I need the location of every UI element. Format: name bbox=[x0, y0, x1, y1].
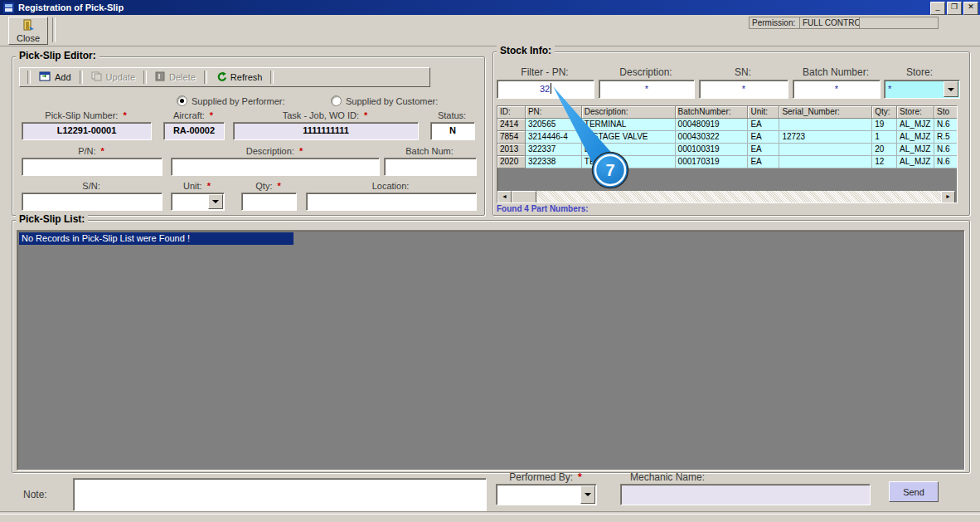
required-asterisk: * bbox=[364, 110, 367, 120]
radio-selected-icon[interactable] bbox=[177, 95, 187, 106]
restore-icon[interactable]: ❐ bbox=[947, 2, 962, 15]
column-header[interactable]: Qty: bbox=[872, 106, 897, 119]
update-icon bbox=[91, 71, 103, 83]
permission-value: FULL CONTROL bbox=[799, 17, 861, 29]
delete-icon bbox=[155, 71, 166, 83]
radio-unselected-icon[interactable] bbox=[331, 95, 342, 106]
scroll-left-icon[interactable]: ◄ bbox=[497, 191, 512, 203]
editor-group-title: Pick-Slip Editor: bbox=[16, 50, 99, 61]
batch-num-input[interactable] bbox=[384, 158, 477, 176]
table-cell bbox=[779, 119, 872, 131]
toolbar-separator bbox=[270, 71, 274, 84]
chevron-down-icon[interactable] bbox=[944, 81, 958, 97]
filter-pn-input[interactable]: 32 bbox=[497, 80, 594, 99]
row-id-cell: 2414 bbox=[497, 119, 526, 131]
list-group-title: Pick-Slip List: bbox=[16, 213, 88, 225]
supplied-by-performer-radio[interactable]: Supplied by Performer: bbox=[177, 95, 285, 106]
mechanic-name-field bbox=[620, 484, 871, 505]
aircraft-field[interactable]: RA-00002 bbox=[163, 122, 225, 140]
filter-sn-input[interactable]: * bbox=[699, 80, 788, 99]
editor-toolbar: Add Update Delete Refresh bbox=[19, 67, 430, 87]
table-cell: R.5 bbox=[934, 131, 957, 144]
filter-batch-input[interactable]: * bbox=[793, 80, 881, 99]
row-id-cell: 2020 bbox=[497, 156, 526, 168]
pickslip-listbox[interactable]: No Records in Pick-Slip List were Found … bbox=[17, 230, 965, 471]
mechanic-name-label: Mechanic Name: bbox=[630, 471, 705, 483]
table-cell: TE bbox=[582, 156, 676, 168]
stock-table-row[interactable]: 2414320565TERMINAL000480919EA19AL_MJZN.6 bbox=[497, 119, 957, 131]
description-label: Description:* bbox=[171, 146, 378, 156]
filter-store-combo[interactable]: * bbox=[884, 80, 960, 99]
batch-num-label: Batch Num: bbox=[384, 146, 475, 156]
refresh-button[interactable]: Refresh bbox=[211, 71, 267, 85]
chevron-down-icon[interactable] bbox=[580, 485, 595, 504]
filter-pn-value: 32 bbox=[540, 84, 550, 94]
aircraft-label: Aircraft:* bbox=[163, 110, 223, 120]
sn-label: S/N: bbox=[22, 181, 161, 191]
performed-by-combo[interactable] bbox=[496, 484, 597, 505]
stock-table-row[interactable]: 2020322338TE000170319EA12AL_MJZN.6 bbox=[497, 156, 957, 168]
table-cell: N.6 bbox=[934, 156, 957, 168]
filter-description-input[interactable]: * bbox=[599, 80, 695, 99]
horizontal-scrollbar[interactable]: ◄ ► bbox=[497, 191, 955, 202]
send-button[interactable]: Send bbox=[889, 481, 939, 502]
column-header[interactable]: ID: bbox=[497, 106, 526, 119]
note-input[interactable] bbox=[73, 478, 487, 511]
unit-combo[interactable] bbox=[171, 193, 225, 211]
column-header[interactable]: Unit: bbox=[748, 106, 779, 119]
note-label: Note: bbox=[23, 489, 47, 500]
required-asterisk: * bbox=[578, 471, 582, 483]
filter-store-label: Store: bbox=[884, 66, 955, 78]
list-item[interactable]: No Records in Pick-Slip List were Found … bbox=[19, 232, 294, 245]
minimize-icon[interactable]: _ bbox=[930, 2, 945, 15]
table-cell: 000430322 bbox=[676, 131, 749, 144]
stock-table[interactable]: ID:PN:Description:BatchNumber:Unit:Seria… bbox=[497, 105, 958, 203]
description-input[interactable] bbox=[171, 158, 380, 176]
found-count-text: Found 4 Part Numbers: bbox=[497, 204, 589, 213]
close-window-icon[interactable]: ✕ bbox=[963, 2, 978, 15]
window-controls: _ ❐ ✕ bbox=[930, 2, 978, 15]
task-label: Task - Job, WO ID:* bbox=[233, 110, 417, 120]
required-asterisk: * bbox=[210, 110, 213, 120]
stock-table-row[interactable]: 2013322337D000100319EA20AL_MJZN.6 bbox=[497, 144, 957, 156]
app-icon bbox=[3, 2, 14, 13]
scroll-right-icon[interactable]: ► bbox=[941, 191, 955, 203]
filter-store-value: * bbox=[888, 84, 891, 94]
pickslip-number-label: Pick-Slip Number:* bbox=[22, 110, 150, 120]
location-input[interactable] bbox=[306, 193, 477, 211]
column-header[interactable]: Sto bbox=[934, 106, 957, 119]
chevron-down-icon[interactable] bbox=[208, 194, 223, 209]
delete-button-label: Delete bbox=[169, 72, 196, 82]
toolbar-separator bbox=[80, 71, 83, 84]
toolbar-separator bbox=[52, 17, 56, 42]
delete-button: Delete bbox=[151, 71, 200, 84]
filter-description-label: Description: bbox=[599, 66, 693, 78]
close-button[interactable]: Close bbox=[8, 17, 48, 45]
required-asterisk: * bbox=[299, 146, 303, 156]
table-cell: 000100319 bbox=[676, 144, 749, 156]
table-cell bbox=[779, 156, 872, 168]
stock-table-row[interactable]: 78543214446-4H STAGE VALVE000430322EA127… bbox=[497, 131, 957, 144]
column-header[interactable]: PN: bbox=[526, 106, 582, 119]
column-header[interactable]: Description: bbox=[582, 106, 676, 119]
table-cell: 1 bbox=[872, 131, 897, 144]
add-button[interactable]: Add bbox=[35, 71, 75, 84]
column-header[interactable]: Store: bbox=[897, 106, 934, 119]
pickslip-number-field[interactable]: L12291-00001 bbox=[22, 122, 152, 140]
task-field[interactable]: 1111111111 bbox=[233, 122, 419, 140]
column-header[interactable]: BatchNumber: bbox=[676, 106, 749, 119]
status-field[interactable]: N bbox=[430, 122, 475, 140]
table-cell: AL_MJZ bbox=[897, 131, 934, 144]
permission-extra-box bbox=[859, 17, 939, 29]
column-header[interactable]: Serial_Number: bbox=[779, 106, 872, 119]
supplied-by-customer-radio[interactable]: Supplied by Customer: bbox=[331, 95, 438, 106]
qty-input[interactable] bbox=[241, 193, 297, 211]
pn-input[interactable] bbox=[22, 158, 163, 176]
update-button-label: Update bbox=[106, 72, 135, 82]
sn-input[interactable] bbox=[22, 193, 163, 211]
exit-door-icon bbox=[22, 19, 35, 33]
scrollbar-thumb[interactable] bbox=[512, 191, 536, 203]
filter-sn-label: SN: bbox=[699, 66, 787, 78]
table-cell: 000170319 bbox=[676, 156, 749, 168]
unit-label: Unit:* bbox=[171, 181, 223, 191]
